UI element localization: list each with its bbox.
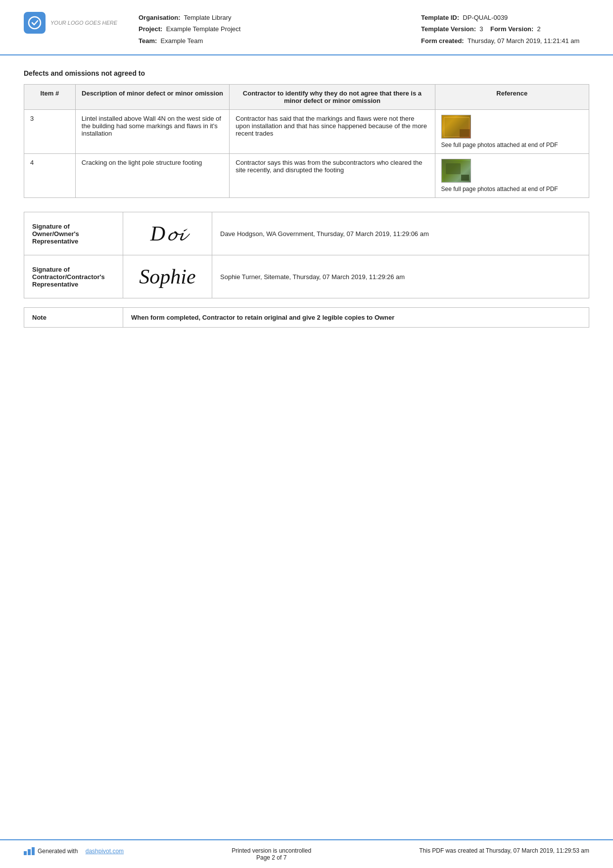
form-created-value: Thursday, 07 March 2019, 11:21:41 am <box>468 37 580 45</box>
table-row: 3 Lintel installed above Wall 4N on the … <box>24 110 589 154</box>
signature-row-2: Signature of Contractor/Contractor's Rep… <box>24 255 589 298</box>
project-value: Example Template Project <box>166 25 241 33</box>
footer-bars-icon <box>24 847 35 855</box>
sig-image-cell-1: D𝓸𝓲 <box>123 212 212 255</box>
footer: Generated with dashpivot.com Printed ver… <box>0 839 613 868</box>
signature-2: Sophie <box>139 262 195 291</box>
page-number: Page 2 of 7 <box>232 854 311 861</box>
col-header-description: Description of minor defect or minor omi… <box>75 85 229 110</box>
version-line: Template Version: 3 Form Version: 2 <box>421 23 589 35</box>
thumbnail-1 <box>441 115 471 139</box>
ref-note-2: See full page photos attached at end of … <box>441 186 558 193</box>
row1-contractor: Contractor has said that the markings an… <box>230 110 435 154</box>
template-id-label: Template ID: <box>421 14 459 21</box>
generated-label: Generated with <box>38 848 78 855</box>
thumbnail-2 <box>441 159 471 183</box>
row1-description: Lintel installed above Wall 4N on the we… <box>75 110 229 154</box>
footer-right: This PDF was created at Thursday, 07 Mar… <box>419 847 589 854</box>
bar-2 <box>28 849 31 855</box>
sig-label-1: Signature of Owner/Owner's Representativ… <box>24 212 123 255</box>
org-label: Organisation: <box>139 14 181 21</box>
sig-info-2: Sophie Turner, Sitemate, Thursday, 07 Ma… <box>212 255 589 298</box>
template-id-value: DP-QUAL-0039 <box>463 14 508 21</box>
note-table: Note When form completed, Contractor to … <box>24 307 589 328</box>
table-row: 4 Cracking on the light pole structure f… <box>24 154 589 198</box>
signatures-table: Signature of Owner/Owner's Representativ… <box>24 212 589 298</box>
main-content: Defects and omissions not agreed to Item… <box>0 55 613 588</box>
org-line: Organisation: Template Library <box>139 12 421 23</box>
row2-reference: See full page photos attached at end of … <box>435 154 589 198</box>
row2-contractor: Contractor says this was from the subcon… <box>230 154 435 198</box>
project-line: Project: Example Template Project <box>139 23 421 35</box>
logo-area: YOUR LOGO GOES HERE <box>24 12 123 34</box>
form-version-label: Form Version: <box>490 25 533 33</box>
project-label: Project: <box>139 25 162 33</box>
row2-description: Cracking on the light pole structure foo… <box>75 154 229 198</box>
header: YOUR LOGO GOES HERE Organisation: Templa… <box>0 0 613 55</box>
note-row: Note When form completed, Contractor to … <box>24 308 589 328</box>
header-right: Template ID: DP-QUAL-0039 Template Versi… <box>421 12 589 47</box>
spacer <box>0 588 613 839</box>
svg-point-0 <box>29 17 41 29</box>
form-version-value: 2 <box>537 25 541 33</box>
row2-item: 4 <box>24 154 76 198</box>
note-label: Note <box>24 308 123 328</box>
footer-left: Generated with dashpivot.com <box>24 847 124 855</box>
ref-note-1: See full page photos attached at end of … <box>441 142 558 148</box>
col-header-contractor: Contractor to identify why they do not a… <box>230 85 435 110</box>
team-label: Team: <box>139 37 157 45</box>
sig-image-cell-2: Sophie <box>123 255 212 298</box>
pdf-created: This PDF was created at Thursday, 07 Mar… <box>419 847 589 854</box>
footer-link[interactable]: dashpivot.com <box>86 848 124 855</box>
signature-1: D𝓸𝓲 <box>150 219 185 248</box>
logo-icon <box>24 12 46 34</box>
template-version-label: Template Version: <box>421 25 476 33</box>
form-created-line: Form created: Thursday, 07 March 2019, 1… <box>421 35 589 47</box>
logo-text: YOUR LOGO GOES HERE <box>50 20 117 26</box>
ref-cell-2: See full page photos attached at end of … <box>441 159 583 193</box>
signature-row-1: Signature of Owner/Owner's Representativ… <box>24 212 589 255</box>
template-version-value: 3 <box>479 25 483 33</box>
col-header-item: Item # <box>24 85 76 110</box>
col-header-reference: Reference <box>435 85 589 110</box>
team-value: Example Team <box>161 37 203 45</box>
org-value: Template Library <box>184 14 232 21</box>
sig-info-1: Dave Hodgson, WA Government, Thursday, 0… <box>212 212 589 255</box>
sig-label-2: Signature of Contractor/Contractor's Rep… <box>24 255 123 298</box>
table-header-row: Item # Description of minor defect or mi… <box>24 85 589 110</box>
bar-3 <box>32 847 35 855</box>
section-title: Defects and omissions not agreed to <box>24 69 589 77</box>
row1-item: 3 <box>24 110 76 154</box>
bar-1 <box>24 851 27 855</box>
ref-cell-1: See full page photos attached at end of … <box>441 115 583 148</box>
team-line: Team: Example Team <box>139 35 421 47</box>
uncontrolled-text: Printed version is uncontrolled <box>232 847 311 854</box>
row1-reference: See full page photos attached at end of … <box>435 110 589 154</box>
form-created-label: Form created: <box>421 37 464 45</box>
defects-table: Item # Description of minor defect or mi… <box>24 84 589 198</box>
note-value: When form completed, Contractor to retai… <box>123 308 589 328</box>
footer-logo <box>24 847 35 855</box>
header-org: Organisation: Template Library Project: … <box>139 12 421 47</box>
template-id-line: Template ID: DP-QUAL-0039 <box>421 12 589 23</box>
page: YOUR LOGO GOES HERE Organisation: Templa… <box>0 0 613 868</box>
footer-center: Printed version is uncontrolled Page 2 o… <box>232 847 311 861</box>
